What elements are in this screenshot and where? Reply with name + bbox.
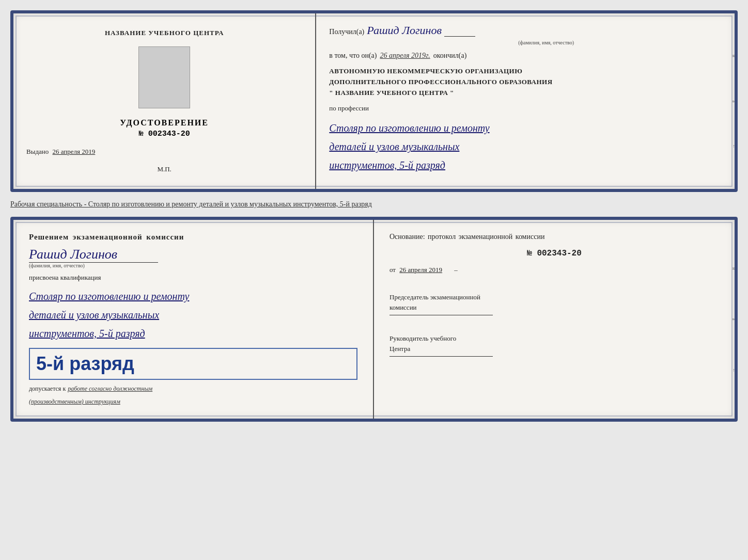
exam-card: Решением экзаменационной комиссии Рашид … xyxy=(10,217,738,422)
recipient-name: Рашид Логинов xyxy=(367,24,442,37)
exam-recipient-name: Рашид Логинов xyxy=(29,247,357,262)
recipient-line: Получил(а) Рашид Логинов (фамилия, имя, … xyxy=(329,24,722,45)
cert-title-block: УДОСТОВЕРЕНИЕ № 002343-20 xyxy=(120,118,209,138)
side-marks-2: и а ← xyxy=(730,220,737,419)
cert-left-panel: НАЗВАНИЕ УЧЕБНОГО ЦЕНТРА УДОСТОВЕРЕНИЕ №… xyxy=(13,13,316,189)
certificate-card-1: НАЗВАНИЕ УЧЕБНОГО ЦЕНТРА УДОСТОВЕРЕНИЕ №… xyxy=(10,10,738,192)
profession-label: по профессии xyxy=(329,104,722,113)
cert-date: 26 апреля 2019г. xyxy=(380,52,430,60)
allowed-text2: (производственным) инструкциям xyxy=(29,398,120,406)
exam-right-panel: Основание: протокол экзаменационной коми… xyxy=(374,220,735,419)
allowed-line: допускается к работе согласно должностны… xyxy=(29,385,357,393)
date-prefix-2: от xyxy=(389,266,396,274)
basis-label: Основание: протокол экзаменационной коми… xyxy=(389,233,719,241)
cert-number: № 002343-20 xyxy=(120,130,209,138)
cert-label: УДОСТОВЕРЕНИЕ xyxy=(120,118,209,127)
qual-line2: деталей и узлов музыкальных xyxy=(29,306,357,324)
rank-box: 5-й разряд xyxy=(29,348,357,380)
profession-line3: инструментов, 5-й разряд xyxy=(329,156,722,174)
org-line1: АВТОНОМНУЮ НЕКОММЕРЧЕСКУЮ ОРГАНИЗАЦИЮ xyxy=(329,66,722,77)
specialty-text: Рабочая специальность - Столяр по изгото… xyxy=(10,197,738,212)
director-line2: Центра xyxy=(389,344,719,354)
exam-fio-label: (фамилия, имя, отчество) xyxy=(29,263,158,268)
issued-label: Выдано xyxy=(26,148,49,155)
chairman-block: Председатель экзаменационной комиссии xyxy=(389,292,719,315)
cert-right-panel: Получил(а) Рашид Логинов (фамилия, имя, … xyxy=(316,13,735,189)
allowed-prefix: допускается к xyxy=(29,385,66,393)
photo-placeholder xyxy=(138,46,190,108)
profession-line1: Столяр по изготовлению и ремонту xyxy=(329,119,722,137)
chairman-line1: Председатель экзаменационной xyxy=(389,292,719,302)
date-certified-line: в том, что он(а) 26 апреля 2019г. окончи… xyxy=(329,52,722,60)
allowed-line2: (производственным) инструкциям xyxy=(29,398,357,406)
director-signature-line xyxy=(389,356,493,357)
fio-label: (фамилия, имя, отчество) xyxy=(370,40,722,45)
org-line2: ДОПОЛНИТЕЛЬНОГО ПРОФЕССИОНАЛЬНОГО ОБРАЗО… xyxy=(329,77,722,88)
org-name-top: НАЗВАНИЕ УЧЕБНОГО ЦЕНТРА xyxy=(105,29,224,37)
allowed-text: работе согласно должностным xyxy=(68,385,152,393)
chairman-signature-line xyxy=(389,315,493,315)
exam-qualification-block: Столяр по изготовлению и ремонту деталей… xyxy=(29,287,357,343)
issued-date: 26 апреля 2019 xyxy=(53,148,96,155)
stamp-label: М.П. xyxy=(157,165,171,173)
protocol-number: № 002343-20 xyxy=(389,249,719,258)
profession-block: Столяр по изготовлению и ремонту деталей… xyxy=(329,119,722,174)
protocol-date-value: 26 апреля 2019 xyxy=(399,266,442,274)
protocol-date: от 26 апреля 2019 – xyxy=(389,266,719,274)
dash-mark: – xyxy=(454,266,458,274)
name-underline xyxy=(444,28,475,37)
qual-line3: инструментов, 5-й разряд xyxy=(29,324,357,343)
rank-big: 5-й разряд xyxy=(36,353,350,375)
date-prefix: в том, что он(а) xyxy=(329,52,377,60)
date-suffix: окончил(а) xyxy=(433,52,467,60)
exam-title: Решением экзаменационной комиссии xyxy=(29,233,357,242)
chairman-line2: комиссии xyxy=(389,302,719,313)
profession-line2: деталей и узлов музыкальных xyxy=(329,137,722,156)
qualified-label: присвоена квалификация xyxy=(29,274,357,282)
qual-line1: Столяр по изготовлению и ремонту xyxy=(29,287,357,306)
received-prefix: Получил(а) xyxy=(329,28,364,36)
org-block: АВТОНОМНУЮ НЕКОММЕРЧЕСКУЮ ОРГАНИЗАЦИЮ ДО… xyxy=(329,66,722,98)
issued-line: Выдано 26 апреля 2019 xyxy=(26,148,302,156)
exam-left-panel: Решением экзаменационной комиссии Рашид … xyxy=(13,220,374,419)
exam-recipient-block: Рашид Логинов (фамилия, имя, отчество) xyxy=(29,247,357,268)
side-marks-1: и а ← xyxy=(730,13,737,189)
director-block: Руководитель учебного Центра xyxy=(389,333,719,357)
org-line3: " НАЗВАНИЕ УЧЕБНОГО ЦЕНТРА " xyxy=(329,88,722,99)
director-line1: Руководитель учебного xyxy=(389,333,719,344)
